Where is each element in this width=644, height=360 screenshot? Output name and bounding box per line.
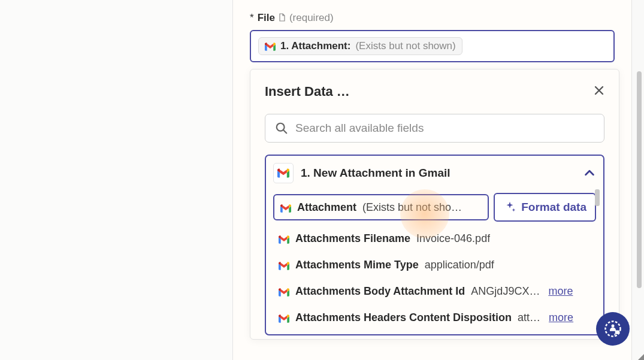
file-icon (279, 13, 286, 23)
format-data-label: Format data (521, 201, 586, 214)
app-icon (273, 163, 294, 183)
option-label: Attachment (297, 201, 356, 214)
format-data-button[interactable]: Format data (494, 193, 596, 222)
option-attachments-filename[interactable]: Attachments Filename Invoice-046.pdf (273, 225, 596, 252)
insert-data-popover: Insert Data … 1. New Attachment in Gmail (250, 69, 619, 340)
option-label: Attachments Headers Content Disposition (295, 311, 512, 324)
sparkle-icon (503, 201, 516, 214)
canvas-background (0, 0, 232, 360)
gmail-icon (279, 234, 289, 243)
gmail-icon (279, 313, 289, 322)
page-scrollbar[interactable] (637, 71, 642, 288)
file-input[interactable]: 1. Attachment: (Exists but not shown) (250, 30, 615, 62)
help-icon (604, 320, 622, 338)
option-attachments-mime-type[interactable]: Attachments Mime Type application/pdf (273, 252, 596, 278)
option-attachments-content-disposition[interactable]: Attachments Headers Content Disposition … (273, 304, 596, 331)
group-title: 1. New Attachment in Gmail (301, 167, 576, 180)
option-value: Invoice-046.pdf (416, 232, 490, 245)
first-option-row: Attachment (Exists but not sho… Format d… (273, 193, 596, 222)
svg-point-3 (612, 325, 615, 328)
chevron-up-icon[interactable] (583, 167, 596, 180)
help-button[interactable] (596, 312, 630, 346)
option-attachment[interactable]: Attachment (Exists but not sho… (273, 194, 489, 220)
close-button[interactable] (594, 84, 604, 99)
popover-title: Insert Data … (265, 84, 350, 99)
option-attachments-body-id[interactable]: Attachments Body Attachment Id ANGjdJ9CX… (273, 278, 596, 304)
popover-header: Insert Data … (265, 84, 604, 99)
required-label: (required) (289, 12, 334, 24)
option-label: Attachments Filename (295, 232, 410, 245)
svg-rect-4 (615, 331, 620, 334)
gmail-icon (280, 203, 291, 211)
option-label: Attachments Body Attachment Id (295, 285, 465, 298)
field-label-row: * File (required) (250, 12, 615, 24)
data-source-group: 1. New Attachment in Gmail Attachment (E… (265, 155, 604, 335)
option-value: (Exists but not sho… (362, 201, 462, 214)
search-icon (275, 122, 288, 135)
option-label: Attachments Mime Type (295, 259, 419, 271)
svg-line-1 (283, 130, 287, 134)
option-list: Attachments Filename Invoice-046.pdf Att… (273, 225, 596, 331)
field-name: File (258, 12, 275, 24)
group-header[interactable]: 1. New Attachment in Gmail (273, 163, 596, 183)
pill-label: 1. Attachment: (280, 40, 350, 52)
option-value: att… (518, 311, 540, 324)
selected-value-pill[interactable]: 1. Attachment: (Exists but not shown) (258, 37, 462, 55)
search-input[interactable] (295, 122, 594, 135)
gmail-icon (279, 261, 289, 269)
gmail-icon (277, 168, 289, 178)
gmail-icon (265, 42, 276, 50)
gmail-icon (279, 287, 289, 295)
pill-hint: (Exists but not shown) (355, 40, 455, 52)
more-link[interactable]: more (549, 311, 573, 324)
close-icon (594, 85, 604, 96)
required-asterisk: * (250, 12, 254, 24)
option-value: ANGjdJ9CX… (471, 285, 540, 298)
inner-scrollbar[interactable] (595, 189, 600, 206)
search-field[interactable] (265, 114, 604, 143)
option-value: application/pdf (425, 259, 494, 271)
more-link[interactable]: more (548, 285, 573, 298)
resize-corner[interactable] (638, 354, 644, 360)
